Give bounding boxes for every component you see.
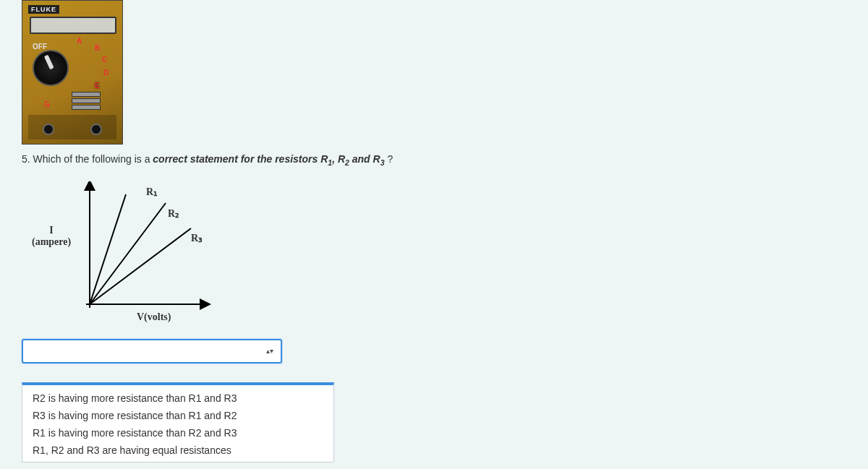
multimeter-dial xyxy=(33,50,69,86)
x-axis-label: V(volts) xyxy=(137,311,171,323)
option-r2-more[interactable]: R2 is having more resistance than R1 and… xyxy=(22,390,333,407)
question-number: 5. xyxy=(22,153,30,165)
dropdown-options-panel: R2 is having more resistance than R1 and… xyxy=(22,382,334,462)
line-label-r1: R₁ xyxy=(146,186,158,198)
option-equal[interactable]: R1, R2 and R3 are having equal resistanc… xyxy=(22,442,333,459)
port-red xyxy=(90,124,102,135)
option-r3-more[interactable]: R3 is having more resistance than R1 and… xyxy=(22,407,333,424)
answer-dropdown[interactable]: ▴▾ xyxy=(22,339,282,363)
iv-graph: I (ampere) R₁ R₂ R₃ V(volts) xyxy=(39,181,234,326)
multimeter-buttons xyxy=(72,92,101,110)
graph-svg xyxy=(82,181,213,311)
question-emphasis: correct statement for the resistors R1, … xyxy=(153,153,387,165)
chevron-updown-icon: ▴▾ xyxy=(266,347,273,355)
dial-label-b: B xyxy=(95,44,100,52)
multimeter-brand: FLUKE xyxy=(28,5,59,14)
dial-label-a: A xyxy=(77,37,82,45)
svg-line-4 xyxy=(90,228,191,304)
question-text: 5. Which of the following is a correct s… xyxy=(22,153,846,167)
option-r1-more[interactable]: R1 is having more resistance than R2 and… xyxy=(22,424,333,442)
svg-line-2 xyxy=(90,194,126,304)
dial-label-d: D xyxy=(103,69,109,77)
multimeter-port-area xyxy=(28,115,116,139)
multimeter-screen xyxy=(30,17,116,34)
y-axis-label: I (ampere) xyxy=(32,225,71,248)
multimeter-photo: FLUKE OFF A B C D E G xyxy=(22,0,123,145)
dial-label-e: E xyxy=(95,82,100,90)
dial-label-c: C xyxy=(102,56,107,64)
dial-label-g: G xyxy=(44,100,50,108)
svg-line-3 xyxy=(90,203,166,304)
question-lead: Which of the following is a xyxy=(33,153,153,165)
port-black xyxy=(43,124,54,135)
line-label-r2: R₂ xyxy=(168,207,179,220)
dial-label-off: OFF xyxy=(33,43,47,51)
line-label-r3: R₃ xyxy=(191,232,203,244)
question-tail: ? xyxy=(387,153,393,165)
